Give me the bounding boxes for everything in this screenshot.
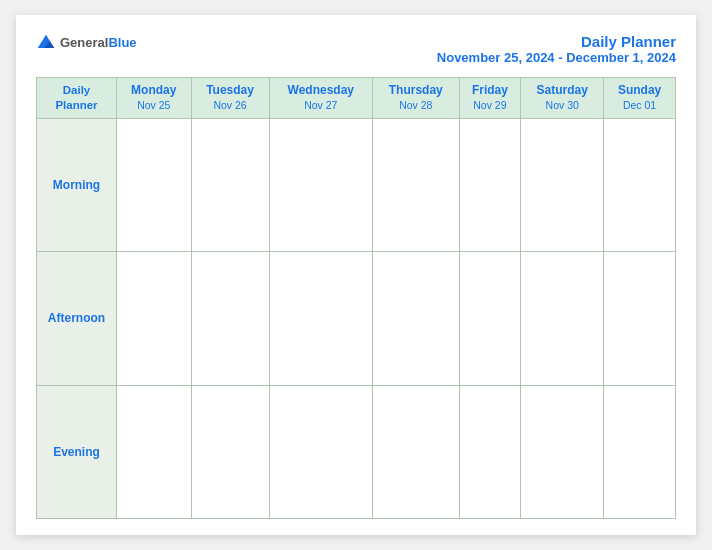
logo-blue: Blue — [108, 35, 136, 50]
col-sunday-name: Sunday — [608, 83, 671, 99]
col-tuesday-date: Nov 26 — [196, 99, 265, 113]
header: GeneralBlue Daily Planner November 25, 2… — [36, 33, 676, 65]
col-friday: Friday Nov 29 — [459, 78, 521, 119]
col-sunday-date: Dec 01 — [608, 99, 671, 113]
col-tuesday-name: Tuesday — [196, 83, 265, 99]
title-area: Daily Planner November 25, 2024 - Decemb… — [437, 33, 676, 65]
logo-general: General — [60, 35, 108, 50]
logo-area: GeneralBlue — [36, 33, 137, 53]
col-monday: Monday Nov 25 — [117, 78, 192, 119]
morning-wednesday-cell[interactable] — [269, 118, 373, 251]
table-row: Evening — [37, 385, 676, 518]
afternoon-sunday-cell[interactable] — [604, 252, 676, 385]
morning-thursday-cell[interactable] — [373, 118, 459, 251]
col-wednesday-name: Wednesday — [274, 83, 369, 99]
col-saturday-date: Nov 30 — [525, 99, 599, 113]
col-thursday-date: Nov 28 — [377, 99, 454, 113]
evening-tuesday-cell[interactable] — [191, 385, 269, 518]
afternoon-thursday-cell[interactable] — [373, 252, 459, 385]
col-friday-date: Nov 29 — [464, 99, 517, 113]
afternoon-tuesday-cell[interactable] — [191, 252, 269, 385]
date-range: November 25, 2024 - December 1, 2024 — [437, 50, 676, 65]
evening-label: Evening — [37, 385, 117, 518]
general-blue-logo-icon — [36, 33, 56, 53]
table-body: Morning Afternoon Evening — [37, 118, 676, 518]
col-saturday: Saturday Nov 30 — [521, 78, 604, 119]
col-thursday: Thursday Nov 28 — [373, 78, 459, 119]
morning-label: Morning — [37, 118, 117, 251]
table-row: Afternoon — [37, 252, 676, 385]
morning-saturday-cell[interactable] — [521, 118, 604, 251]
morning-tuesday-cell[interactable] — [191, 118, 269, 251]
planner-page: GeneralBlue Daily Planner November 25, 2… — [16, 15, 696, 535]
col-tuesday: Tuesday Nov 26 — [191, 78, 269, 119]
evening-monday-cell[interactable] — [117, 385, 192, 518]
evening-sunday-cell[interactable] — [604, 385, 676, 518]
header-row: Daily Planner Monday Nov 25 Tuesday Nov … — [37, 78, 676, 119]
morning-monday-cell[interactable] — [117, 118, 192, 251]
logo-text: GeneralBlue — [60, 35, 137, 51]
planner-title: Daily Planner — [437, 33, 676, 50]
evening-thursday-cell[interactable] — [373, 385, 459, 518]
evening-friday-cell[interactable] — [459, 385, 521, 518]
col-thursday-name: Thursday — [377, 83, 454, 99]
header-label-line2: Planner — [55, 99, 97, 111]
col-friday-name: Friday — [464, 83, 517, 99]
table-header: Daily Planner Monday Nov 25 Tuesday Nov … — [37, 78, 676, 119]
afternoon-label: Afternoon — [37, 252, 117, 385]
col-monday-date: Nov 25 — [121, 99, 187, 113]
table-label-header: Daily Planner — [37, 78, 117, 119]
morning-sunday-cell[interactable] — [604, 118, 676, 251]
evening-wednesday-cell[interactable] — [269, 385, 373, 518]
col-monday-name: Monday — [121, 83, 187, 99]
planner-table: Daily Planner Monday Nov 25 Tuesday Nov … — [36, 77, 676, 519]
afternoon-monday-cell[interactable] — [117, 252, 192, 385]
header-label-line1: Daily — [63, 84, 91, 96]
col-sunday: Sunday Dec 01 — [604, 78, 676, 119]
afternoon-friday-cell[interactable] — [459, 252, 521, 385]
morning-friday-cell[interactable] — [459, 118, 521, 251]
afternoon-saturday-cell[interactable] — [521, 252, 604, 385]
col-wednesday: Wednesday Nov 27 — [269, 78, 373, 119]
col-wednesday-date: Nov 27 — [274, 99, 369, 113]
evening-saturday-cell[interactable] — [521, 385, 604, 518]
afternoon-wednesday-cell[interactable] — [269, 252, 373, 385]
col-saturday-name: Saturday — [525, 83, 599, 99]
table-row: Morning — [37, 118, 676, 251]
